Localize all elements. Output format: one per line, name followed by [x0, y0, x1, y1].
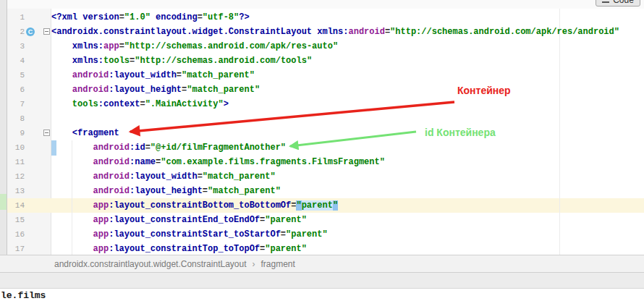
code-line-4[interactable]: xmlns:tools="http://schemas.android.com/… [51, 54, 619, 68]
line-number-1: 1 [7, 10, 25, 25]
code-line-7[interactable]: tools:context=".MainActivity"> [51, 97, 619, 111]
line-number-2: 2 [7, 25, 25, 39]
code-line-8[interactable] [51, 111, 619, 126]
left-strip-highlight [0, 194, 7, 210]
breadcrumb-item-fragment[interactable]: fragment [261, 259, 295, 269]
code-line-12[interactable]: android:layout_width="match_parent" [51, 169, 619, 184]
line-number-7: 7 [7, 97, 25, 111]
line-number-15: 15 [7, 213, 25, 227]
line-number-8: 8 [7, 111, 25, 126]
line-number-17: 17 [7, 242, 25, 255]
android-studio-editor-window: Code 1234567891011121314151617 C <?xml v… [0, 0, 644, 301]
code-line-14[interactable]: app:layout_constraintBottom_toBottomOf="… [51, 198, 619, 213]
code-line-5[interactable]: android:layout_width="match_parent" [51, 68, 619, 82]
code-line-2[interactable]: <androidx.constraintlayout.widget.Constr… [51, 25, 619, 39]
left-panel-strip[interactable] [0, 0, 7, 273]
code-line-10[interactable]: android:id="@+id/filmFragmentAnother" [51, 140, 619, 155]
code-view-label: Code [613, 0, 634, 5]
code-view-icon [602, 0, 609, 3]
line-number-14: 14 [7, 198, 25, 213]
code-line-17[interactable]: app:layout_constraintTop_toTopOf="parent… [51, 242, 619, 255]
line-number-4: 4 [7, 54, 25, 68]
line-number-10: 10 [7, 140, 25, 155]
line-number-13: 13 [7, 184, 25, 198]
window-bottom-band [0, 273, 644, 289]
breadcrumb: androidx.constraintlayout.widget.Constra… [0, 255, 644, 273]
code-line-11[interactable]: android:name="com.example.films.fragment… [51, 155, 619, 169]
code-view-button[interactable]: Code [596, 0, 640, 7]
line-number-12: 12 [7, 169, 25, 184]
background-window[interactable]: le.films [0, 289, 644, 301]
line-number-3: 3 [7, 39, 25, 54]
fold-marker-line9[interactable] [43, 130, 50, 136]
code-editor[interactable]: 1234567891011121314151617 C <?xml versio… [7, 9, 644, 255]
code-line-6[interactable]: android:layout_height="match_parent" [51, 82, 619, 97]
gutter[interactable]: 1234567891011121314151617 [7, 10, 25, 255]
background-window-title: le.films [1, 290, 46, 301]
breadcrumb-separator: › [253, 259, 255, 269]
line-number-9: 9 [7, 126, 25, 140]
fold-marker-line2[interactable] [43, 28, 50, 35]
code-line-9[interactable]: <fragment [51, 126, 619, 140]
code-line-1[interactable]: <?xml version="1.0" encoding="utf-8"?> [51, 10, 619, 25]
class-gutter-icon[interactable]: C [26, 27, 35, 36]
breadcrumb-item-constraintlayout[interactable]: androidx.constraintlayout.widget.Constra… [54, 259, 247, 269]
line-number-16: 16 [7, 227, 25, 242]
code-line-13[interactable]: android:layout_height="match_parent" [51, 184, 619, 198]
line-number-5: 5 [7, 68, 25, 82]
code-line-16[interactable]: app:layout_constraintStart_toStartOf="pa… [51, 227, 619, 242]
code-line-3[interactable]: xmlns:app="http://schemas.android.com/ap… [51, 39, 619, 54]
code-line-15[interactable]: app:layout_constraintEnd_toEndOf="parent… [51, 213, 619, 227]
code-lines[interactable]: <?xml version="1.0" encoding="utf-8"?><a… [51, 10, 619, 255]
line-number-6: 6 [7, 82, 25, 97]
line-number-11: 11 [7, 155, 25, 169]
